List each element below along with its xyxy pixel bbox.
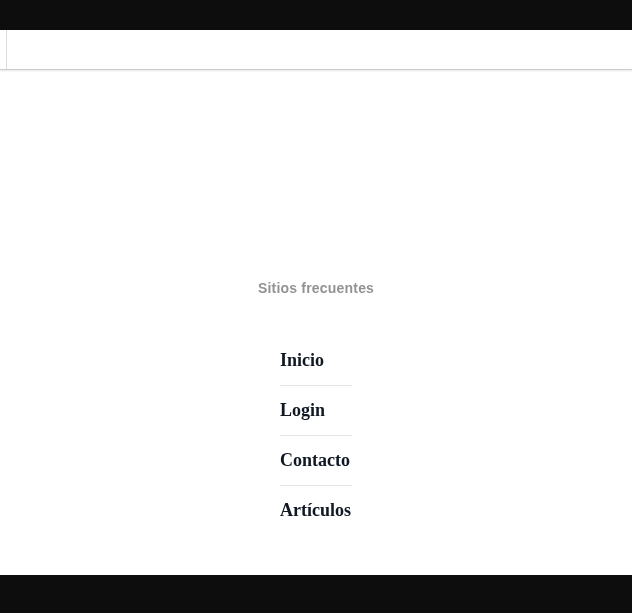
list-item: Inicio (280, 336, 352, 386)
header-area (0, 30, 632, 70)
list-item: Artículos (280, 486, 352, 535)
list-item: Login (280, 386, 352, 436)
link-articulos[interactable]: Artículos (280, 500, 351, 520)
frequent-sites-list: Inicio Login Contacto Artículos (280, 336, 352, 535)
link-login[interactable]: Login (280, 400, 325, 420)
main-content: Sitios frecuentes Inicio Login Contacto … (0, 70, 632, 535)
bottom-bar (0, 575, 632, 613)
section-title: Sitios frecuentes (0, 280, 632, 296)
link-contacto[interactable]: Contacto (280, 450, 350, 470)
list-item: Contacto (280, 436, 352, 486)
link-inicio[interactable]: Inicio (280, 350, 324, 370)
top-bar (0, 0, 632, 30)
